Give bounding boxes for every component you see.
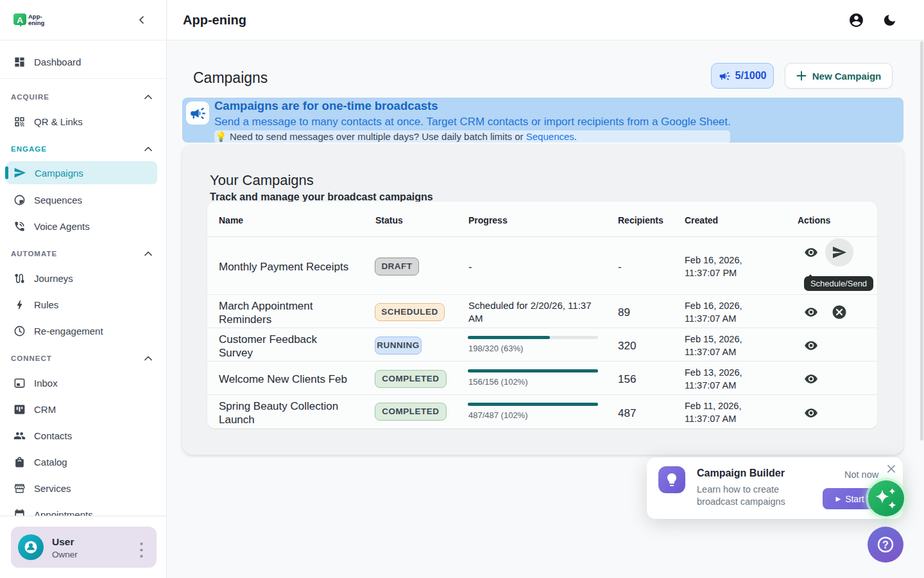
svg-text:A: A [17, 15, 23, 25]
svg-text:?: ? [882, 539, 889, 550]
